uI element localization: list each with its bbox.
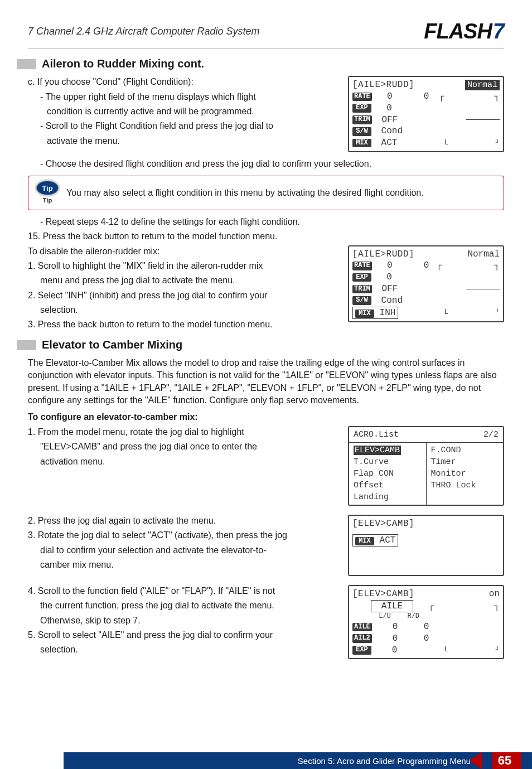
lcd1-condition-badge: Normal: [465, 80, 500, 91]
ec-step2: 2. Press the jog dial again to activate …: [28, 515, 337, 527]
lcd4-mix-label: MIX: [355, 537, 374, 546]
lcd1-l-marker: L: [444, 139, 448, 148]
tip-box: Tip Tip You may also select a flight con…: [28, 176, 504, 210]
lcd2-mix-value: INH: [380, 308, 396, 318]
tip-text: You may also select a flight condition i…: [66, 187, 498, 199]
lcd1-rate-r: 0: [424, 91, 429, 103]
lcd1-mix-value: ACT: [381, 137, 398, 149]
step-15: 15. Press the back button to return to t…: [28, 230, 504, 243]
lcd5-l-marker: L: [444, 646, 448, 655]
elevator-para: The Elevator-to-Camber Mix allows the mo…: [28, 357, 504, 407]
header-divider: [28, 49, 504, 49]
ec-step1c: activation menu.: [28, 456, 337, 468]
lcd1-exp-value: 0: [386, 103, 392, 114]
disable-heading: To disable the aileron-rudder mix:: [28, 245, 337, 258]
section-title-elevator: Elevator to Camber Mixing: [42, 337, 182, 352]
header-title: 7 Channel 2.4 GHz Aircraft Computer Radi…: [28, 25, 260, 38]
brand-logo: FLASH7: [424, 17, 504, 46]
lcd2-sw-label: S/W: [352, 296, 371, 305]
lcd5-bracket-l: ┌: [428, 601, 434, 612]
lcd5-title: [ELEV>CAMB]: [352, 588, 414, 600]
disable-2b: selection.: [28, 304, 337, 316]
lcd5-aile-field: AILE: [371, 600, 413, 613]
config-heading: To configure an elevator-to-camber mix:: [28, 411, 504, 423]
lcd-elev-camb-on: [ELEV>CAMB] on AILE ┌┐ L/U R/D AILE 0 0 …: [348, 585, 504, 660]
lcd3-title: ACRO.List: [354, 429, 399, 441]
step-c1b: condition is currently active and will b…: [28, 105, 337, 118]
lcd1-bracket-tr: ┌: [439, 91, 444, 103]
page-chevron-icon: [470, 752, 482, 769]
ec-step4c: Otherwise, skip to step 7.: [28, 615, 337, 627]
lcd-aile-rudd-2: [AILE>RUDD] Normal RATE 0 0 ┌┐ EXP 0 TRI…: [348, 245, 504, 323]
lcd2-trim-value: OFF: [381, 283, 398, 295]
lcd1-bracket-tr2: ┐: [494, 91, 500, 103]
ec-step4a: 4. Scroll to the function field ("AILE" …: [28, 585, 337, 597]
lcd1-rate-label: RATE: [352, 93, 372, 101]
lcd-elev-camb-act: [ELEV>CAMB] MIX ACT: [348, 515, 504, 576]
lcd5-exp-label: EXP: [352, 646, 371, 655]
lcd1-title: [AILE>RUDD]: [352, 79, 414, 91]
lcd2-trim-label: TRIM: [352, 285, 372, 294]
lcd5-ail2-rd: 0: [424, 633, 429, 645]
disable-3: 3. Press the back button to return to th…: [28, 318, 337, 331]
lcd2-condition: Normal: [467, 249, 500, 260]
step-c1a: - The upper right field of the menu disp…: [28, 91, 337, 103]
lcd1-rate-value: 0: [387, 91, 393, 103]
ec-step5b: selection.: [28, 644, 337, 656]
lcd5-aile-label: AILE: [352, 623, 372, 632]
lcd1-sw-value: Cond: [381, 125, 403, 137]
lcd3-item-landing: Landing: [354, 491, 422, 503]
ec-step4b: the current function, press the jog dial…: [28, 599, 337, 612]
lcd2-mix-label: MIX: [355, 309, 374, 318]
lcd2-rate-label: RATE: [352, 262, 372, 270]
ec-step3c: camber mix menu.: [28, 559, 337, 571]
disable-2a: 2. Select "INH" (inhibit) and press the …: [28, 289, 337, 302]
lcd1-exp-label: EXP: [352, 104, 371, 113]
step-c: c. If you choose "Cond" (Flight Conditio…: [28, 76, 337, 88]
lcd3-page: 2/2: [483, 429, 499, 441]
lcd1-mix-label: MIX: [352, 139, 371, 148]
lcd3-item-offset: Offset: [354, 480, 422, 491]
ec-step3a: 3. Rotate the jog dial to select "ACT" (…: [28, 529, 337, 541]
lcd5-bracket-r: ┐: [494, 601, 500, 612]
lcd5-aile-rd: 0: [424, 621, 429, 633]
lcd2-rate-value: 0: [387, 260, 393, 272]
tip-label: Tip: [34, 196, 61, 205]
lcd5-on: on: [489, 588, 500, 600]
lcd1-trim-value: OFF: [381, 114, 398, 126]
section-title-aileron: Aileron to Rudder Mixing cont.: [42, 56, 204, 71]
disable-1a: 1. Scroll to highlight the "MIX" field i…: [28, 260, 337, 272]
lcd5-rd: R/D: [407, 612, 419, 621]
lcd3-item-fcond: F.COND: [431, 444, 499, 456]
lcd2-exp-label: EXP: [352, 273, 371, 282]
page-number: 65: [492, 752, 521, 769]
lcd3-item-selected: ELEV>CAMB: [354, 446, 401, 455]
ec-step1a: 1. From the model menu, rotate the jog d…: [28, 426, 337, 438]
lcd3-item-tcurve: T.Curve: [354, 456, 422, 468]
logo-number: 7: [493, 17, 504, 46]
lcd5-ail2-label: AIL2: [352, 634, 372, 643]
tip-icon: Tip: [36, 181, 59, 195]
step-c2a: - Scroll to the Flight Condition field a…: [28, 120, 337, 132]
ec-step3b: dial to confirm your selection and activ…: [28, 544, 337, 557]
ec-step5a: 5. Scroll to select "AILE" and press the…: [28, 629, 337, 641]
lcd1-r-marker: ┘: [496, 139, 500, 148]
logo-text: FLASH: [424, 17, 492, 46]
section-tab-2: [17, 340, 36, 350]
lcd-aile-rudd-1: [AILE>RUDD] Normal RATE 0 0 ┌┐ EXP 0 TRI…: [348, 76, 504, 152]
lcd3-item-flapcon: Flap CON: [354, 468, 422, 480]
lcd2-rate-r: 0: [424, 260, 429, 272]
lcd-acro-list: ACRO.List 2/2 ELEV>CAMB T.Curve Flap CON…: [348, 426, 504, 506]
lcd5-exp-val: 0: [392, 645, 398, 656]
lcd3-item-timer: Timer: [431, 456, 499, 468]
lcd5-lu: L/U: [379, 612, 391, 621]
footer-section-text: Section 5: Acro and Glider Programming M…: [298, 755, 471, 767]
lcd2-title: [AILE>RUDD]: [352, 249, 414, 260]
lcd4-title: [ELEV>CAMB]: [352, 518, 500, 530]
ec-step1b: "ELEV>CAMB" and press the jog dial once …: [28, 441, 337, 453]
repeat-steps: - Repeat steps 4-12 to define the settin…: [28, 216, 504, 228]
lcd3-item-throlock: THRO Lock: [431, 480, 499, 491]
lcd5-r-marker: ┘: [496, 646, 500, 655]
disable-1b: menu and press the jog dial to activate …: [28, 274, 337, 287]
lcd4-mix-value: ACT: [380, 535, 396, 545]
